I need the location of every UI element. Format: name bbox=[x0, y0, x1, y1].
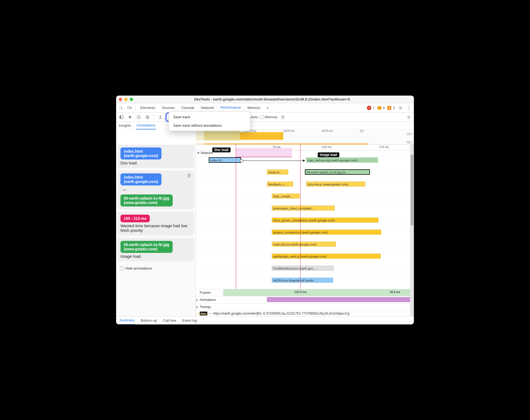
svg-point-9 bbox=[408, 117, 409, 118]
network-bar[interactable]: hats_compil… bbox=[272, 194, 300, 199]
network-bar[interactable]: main.dart.js (earth.google.com) bbox=[272, 242, 336, 247]
delete-icon[interactable] bbox=[187, 173, 191, 178]
device-icon[interactable] bbox=[126, 104, 133, 111]
network-bar[interactable]: feedback_c… bbox=[267, 182, 293, 187]
settings-small-icon[interactable] bbox=[405, 114, 412, 121]
divider bbox=[154, 114, 154, 120]
tab-elements[interactable]: Elements bbox=[138, 103, 158, 113]
inspect-icon[interactable] bbox=[118, 104, 125, 111]
kebab-icon[interactable]: ⋮ bbox=[405, 104, 412, 111]
ruler-tick: 179 ms bbox=[379, 145, 389, 149]
upload-trace-icon[interactable] bbox=[157, 114, 164, 121]
menu-save-without-annotations[interactable]: Save trace without annotations bbox=[169, 121, 250, 130]
traffic-lights bbox=[119, 98, 133, 101]
panel-tabs: Elements Sources Console Network Perform… bbox=[116, 103, 414, 113]
disclosure-icon[interactable] bbox=[197, 152, 200, 154]
dependency-arrow bbox=[242, 161, 305, 161]
network-bar[interactable]: All1PIcons-Regular.otf (earth.… bbox=[272, 278, 333, 283]
settings-icon[interactable] bbox=[397, 104, 404, 111]
tab-summary[interactable]: Summary bbox=[119, 317, 135, 325]
insights-tabs: Insights Annotations bbox=[116, 122, 414, 129]
menu-save-trace[interactable]: Save trace bbox=[169, 113, 250, 121]
save-trace-menu: Save trace Save trace without annotation… bbox=[169, 111, 251, 131]
timeline-overview[interactable]: 2,879 ms 3,879 ms 4,879 ms 5,8 CPU NET bbox=[196, 129, 414, 145]
issues-badge-icon: ■ bbox=[387, 106, 391, 110]
minimize-icon[interactable] bbox=[124, 98, 128, 101]
annotation-text: Wasted time because image had low fetch … bbox=[120, 223, 191, 233]
main-area: index.html(earth.google.com) Doc load in… bbox=[116, 145, 414, 316]
tab-bottom-up[interactable]: Bottom-up bbox=[140, 317, 158, 325]
svg-rect-5 bbox=[120, 116, 121, 118]
more-tabs-icon[interactable]: » bbox=[264, 104, 271, 111]
bottom-tracks: Frames 133.5 ms 16.6 ms Animations Timin… bbox=[196, 289, 414, 316]
region-start-line bbox=[236, 145, 236, 300]
tab-console[interactable]: Console bbox=[179, 103, 197, 113]
annotation-card-wasted[interactable]: 155 - 213 ms Wasted time because image h… bbox=[118, 212, 194, 235]
tab-network[interactable]: Network bbox=[198, 103, 217, 113]
nav-url: — https://earth.google.com/web/@0,-0.373… bbox=[207, 312, 349, 315]
devtools-window: DevTools - earth.google.com/static/multi… bbox=[116, 96, 414, 324]
hide-annotations-toggle[interactable]: Hide annotations bbox=[118, 264, 194, 273]
clear-icon[interactable] bbox=[144, 114, 151, 121]
annotation-card-link[interactable]: index.html(earth.google.com) → 00-earth-… bbox=[118, 171, 194, 209]
nav-chip: Nav bbox=[200, 312, 207, 315]
network-bar[interactable]: lazy.min.js (www.gstatic.com) bbox=[306, 182, 365, 187]
annotation-label: Image load bbox=[120, 254, 191, 259]
tab-event-log[interactable]: Event log bbox=[182, 317, 198, 325]
divider bbox=[135, 105, 136, 111]
file-pill: index.html(earth.google.com) bbox=[120, 147, 161, 159]
file-pill-to: 00-earth-splash-1x-ltr.jpg(www.gstatic.c… bbox=[120, 194, 173, 206]
issues-count: 3 bbox=[393, 106, 395, 110]
toggle-side-icon[interactable] bbox=[118, 114, 125, 121]
nav-row[interactable]: Nav — https://earth.google.com/web/@0,-0… bbox=[196, 310, 414, 316]
overview-tick: 3,879 ms bbox=[283, 129, 295, 132]
ruler-tick: 129 ms bbox=[322, 145, 331, 149]
network-bar[interactable]: phenotype_client_compiled… bbox=[272, 206, 335, 211]
doc-load-chip: Doc load bbox=[212, 147, 231, 152]
close-icon[interactable] bbox=[119, 98, 122, 101]
network-bar[interactable]: clearcut… bbox=[267, 170, 288, 174]
svg-point-3 bbox=[400, 107, 401, 108]
network-bar[interactable]: 00-earth-splash-1x-ltr.jpg (w… bbox=[305, 170, 370, 174]
frame-time-2: 16.6 ms bbox=[390, 290, 400, 294]
arrow-right-icon: → bbox=[120, 187, 191, 193]
checkbox-icon bbox=[120, 267, 124, 270]
subtab-annotations[interactable]: Annotations bbox=[136, 122, 156, 129]
network-bar[interactable]: FontManifest.json (earth.goo… bbox=[272, 266, 334, 271]
network-bar[interactable]: logo_lockup.svg (earth.google.com) bbox=[306, 158, 378, 162]
timings-row[interactable]: Timings bbox=[196, 303, 414, 310]
details-tabs: Summary Bottom-up Call tree Event log bbox=[116, 316, 414, 324]
record-icon[interactable] bbox=[126, 114, 134, 121]
tab-memory[interactable]: Memory bbox=[245, 103, 263, 113]
annotation-label: Doc load bbox=[120, 161, 191, 165]
frames-row[interactable]: Frames 133.5 ms 16.6 ms bbox=[196, 289, 414, 296]
overview-tick: 5,8 bbox=[360, 129, 364, 132]
network-bar[interactable]: plugins_compiled.js (earth.google.com) bbox=[272, 230, 381, 235]
reload-record-icon[interactable] bbox=[135, 114, 142, 121]
nav-marker bbox=[196, 314, 207, 314]
problem-badges[interactable]: ✕1 8 ■3 bbox=[367, 106, 396, 110]
network-bar[interactable]: earthplugin_web.js (earth.google.com) bbox=[272, 254, 381, 259]
maximize-icon[interactable] bbox=[130, 98, 133, 101]
annotation-card-docload[interactable]: index.html(earth.google.com) Doc load bbox=[118, 145, 194, 168]
tab-call-tree[interactable]: Call tree bbox=[163, 317, 177, 325]
checkbox-icon bbox=[260, 115, 264, 119]
vertical-scrollbar[interactable] bbox=[410, 144, 414, 316]
subtab-insights[interactable]: Insights bbox=[118, 122, 132, 129]
warning-badge-icon bbox=[378, 106, 381, 110]
memory-toggle[interactable]: Memory bbox=[260, 115, 278, 119]
annotations-panel: index.html(earth.google.com) Doc load in… bbox=[116, 145, 196, 316]
tab-sources[interactable]: Sources bbox=[159, 103, 178, 113]
network-bar[interactable]: drive_picker_compiled.js (earth.google.c… bbox=[272, 218, 378, 223]
warnings-count: 8 bbox=[383, 106, 385, 110]
animations-row[interactable]: Animations bbox=[196, 296, 414, 303]
errors-count: 1 bbox=[373, 106, 375, 110]
image-load-chip: Image load bbox=[318, 152, 339, 157]
frame-time-1: 133.5 ms bbox=[294, 290, 307, 294]
file-pill: 00-earth-splash-1x-ltr.jpg(www.gstatic.c… bbox=[120, 241, 173, 253]
scroll-thumb[interactable] bbox=[411, 155, 413, 226]
tab-performance[interactable]: Performance bbox=[218, 103, 243, 113]
flame-chart[interactable]: 79 ms 129 ms 179 ms Wasted time because … bbox=[196, 145, 414, 316]
gc-icon[interactable] bbox=[279, 114, 286, 121]
annotation-card-imageload[interactable]: 00-earth-splash-1x-ltr.jpg(www.gstatic.c… bbox=[118, 238, 194, 261]
